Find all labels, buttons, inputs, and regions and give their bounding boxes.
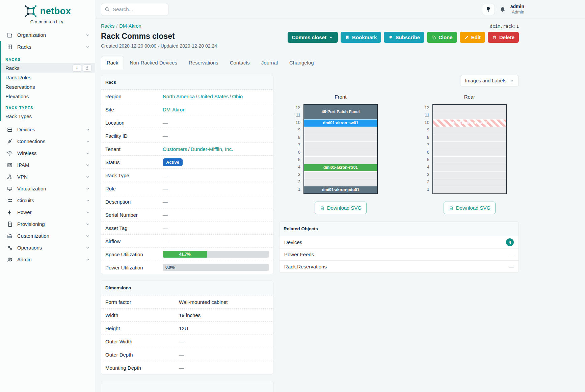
subscribe-button[interactable]: Subscribe bbox=[384, 32, 424, 43]
sidebar-item-rack-roles[interactable]: Rack Roles bbox=[1, 73, 95, 82]
tab-journal[interactable]: Journal bbox=[256, 56, 284, 70]
clone-label: Clone bbox=[438, 35, 453, 40]
space-utilization-bar: 41.7% bbox=[163, 251, 269, 258]
rack-icon bbox=[7, 44, 13, 50]
rack-name-dropdown-button[interactable]: Comms closet bbox=[288, 32, 338, 43]
rack-unit-empty[interactable] bbox=[433, 179, 506, 186]
row-label: Airflow bbox=[105, 238, 163, 244]
panel-title: Dimensions bbox=[101, 281, 273, 295]
related-row-rack-reservations[interactable]: Rack Reservations — bbox=[280, 260, 518, 272]
rack-unit-empty[interactable] bbox=[304, 127, 377, 134]
sidebar-item-devices[interactable]: Devices bbox=[0, 124, 95, 135]
images-and-labels-dropdown[interactable]: Images and Labels bbox=[460, 75, 519, 86]
row-label: Power Utilization bbox=[105, 265, 163, 270]
rack-unit-empty[interactable] bbox=[433, 105, 506, 112]
upload-icon bbox=[85, 66, 89, 70]
sidebar-item-virtualization[interactable]: Virtualization bbox=[0, 183, 95, 194]
sidebar-item-organization[interactable]: Organization bbox=[0, 29, 95, 41]
rack-unit-empty[interactable] bbox=[433, 186, 506, 193]
tab-non-racked-devices[interactable]: Non-Racked Devices bbox=[124, 56, 183, 70]
sidebar-item-wireless[interactable]: Wireless bbox=[0, 147, 95, 159]
rack-unit-empty[interactable] bbox=[304, 157, 377, 164]
rack-device-router[interactable]: dmi01-akron-rtr01 bbox=[304, 164, 377, 171]
rack-device-patch-panel[interactable]: 48-Port Patch Panel bbox=[304, 105, 377, 119]
brand-block[interactable]: netbox Community bbox=[0, 0, 95, 29]
rack-unit-empty[interactable] bbox=[304, 172, 377, 179]
region-link[interactable]: United States bbox=[198, 94, 229, 99]
tab-contacts[interactable]: Contacts bbox=[224, 56, 256, 70]
rack-unit-empty[interactable] bbox=[433, 157, 506, 164]
sidebar-item-label: Wireless bbox=[17, 150, 81, 156]
rack-unit-empty[interactable] bbox=[304, 179, 377, 186]
rack-device-pdu[interactable]: dmi01-akron-pdu01 bbox=[304, 186, 377, 193]
plug-icon bbox=[7, 138, 13, 145]
bookmark-button[interactable]: Bookmark bbox=[341, 32, 381, 43]
sidebar-item-ipam[interactable]: IPAM bbox=[0, 159, 95, 171]
unit-number: 6 bbox=[420, 149, 429, 156]
region-link[interactable]: North America bbox=[163, 94, 195, 99]
sidebar-item-operations[interactable]: Operations bbox=[0, 242, 95, 254]
rack-unit-empty[interactable] bbox=[433, 172, 506, 179]
search-box[interactable] bbox=[101, 3, 168, 16]
unit-numbers-front: 12 11 10 9 8 7 6 5 4 3 2 1 bbox=[291, 104, 300, 194]
notifications-bell-icon[interactable] bbox=[500, 6, 506, 12]
tab-changelog[interactable]: Changelog bbox=[284, 56, 320, 70]
chevron-down-icon bbox=[85, 127, 90, 132]
search-input[interactable] bbox=[113, 6, 165, 12]
tenant-link[interactable]: Dunder-Mifflin, Inc. bbox=[191, 146, 233, 152]
chevron-down-icon bbox=[329, 35, 334, 40]
rack-unit-empty[interactable] bbox=[433, 127, 506, 134]
sidebar-item-rack-types[interactable]: Rack Types bbox=[1, 111, 95, 121]
chevron-down-icon bbox=[85, 245, 90, 250]
tenant-group-link[interactable]: Customers bbox=[163, 146, 187, 152]
sidebar-item-power[interactable]: Power bbox=[0, 206, 95, 218]
sidebar-item-racks-list[interactable]: Racks + bbox=[1, 63, 95, 73]
site-link[interactable]: DM-Akron bbox=[163, 107, 186, 112]
edit-button[interactable]: Edit bbox=[460, 32, 485, 43]
sidebar-item-circuits[interactable]: Circuits bbox=[0, 194, 95, 206]
rack-unit-empty[interactable] bbox=[304, 142, 377, 149]
link-separator: / bbox=[229, 94, 232, 99]
theme-toggle-button[interactable] bbox=[482, 4, 495, 15]
breadcrumb-link-site[interactable]: DM-Akron bbox=[119, 23, 141, 29]
related-row-power-feeds[interactable]: Power Feeds — bbox=[280, 248, 518, 260]
sidebar-item-label: IPAM bbox=[17, 162, 81, 168]
rack-unit-empty[interactable] bbox=[304, 149, 377, 156]
rack-unit-empty[interactable] bbox=[433, 112, 506, 119]
download-svg-front-button[interactable]: Download SVG bbox=[315, 202, 367, 214]
rack-device-switch-rear[interactable]: dmi01-akron-sw01 bbox=[433, 120, 506, 127]
tab-reservations[interactable]: Reservations bbox=[183, 56, 224, 70]
region-link[interactable]: Ohio bbox=[232, 94, 243, 99]
row-label: Mounting Depth bbox=[105, 365, 179, 371]
rack-unit-empty[interactable] bbox=[304, 134, 377, 141]
info-row-facility-id: Facility ID — bbox=[101, 129, 273, 142]
user-menu[interactable]: admin Admin bbox=[510, 4, 524, 15]
download-svg-rear-button[interactable]: Download SVG bbox=[444, 202, 496, 214]
add-rack-button[interactable]: + bbox=[73, 64, 81, 72]
rack-device-switch[interactable]: dmi01-akron-sw01 bbox=[304, 120, 377, 127]
sidebar-item-provisioning[interactable]: Provisioning bbox=[0, 218, 95, 230]
sidebar-item-vpn[interactable]: VPN bbox=[0, 171, 95, 183]
sidebar-item-customization[interactable]: Customization bbox=[0, 230, 95, 242]
clone-button[interactable]: Clone bbox=[427, 32, 457, 43]
sidebar-item-racks[interactable]: Racks bbox=[1, 41, 95, 53]
related-row-devices[interactable]: Devices 4 bbox=[280, 236, 518, 248]
rack-unit-empty[interactable] bbox=[433, 142, 506, 149]
rack-unit-empty[interactable] bbox=[433, 164, 506, 171]
sidebar-item-admin[interactable]: Admin bbox=[0, 254, 95, 265]
topbar: admin Admin bbox=[96, 0, 585, 19]
unit-number: 4 bbox=[420, 163, 429, 171]
info-row-airflow: Airflow — bbox=[101, 234, 273, 247]
unit-number: 3 bbox=[291, 171, 300, 178]
sidebar-item-reservations[interactable]: Reservations bbox=[1, 82, 95, 92]
sidebar-item-elevations[interactable]: Elevations bbox=[1, 92, 95, 101]
breadcrumb-link-racks[interactable]: Racks bbox=[101, 23, 114, 29]
row-label: Site bbox=[105, 107, 163, 112]
sidebar-item-connections[interactable]: Connections bbox=[0, 135, 95, 147]
rack-unit-empty[interactable] bbox=[433, 149, 506, 156]
delete-button[interactable]: Delete bbox=[488, 32, 519, 43]
import-rack-button[interactable] bbox=[83, 64, 91, 72]
circuit-icon bbox=[7, 198, 13, 204]
rack-unit-empty[interactable] bbox=[433, 134, 506, 141]
tab-rack[interactable]: Rack bbox=[101, 56, 124, 70]
